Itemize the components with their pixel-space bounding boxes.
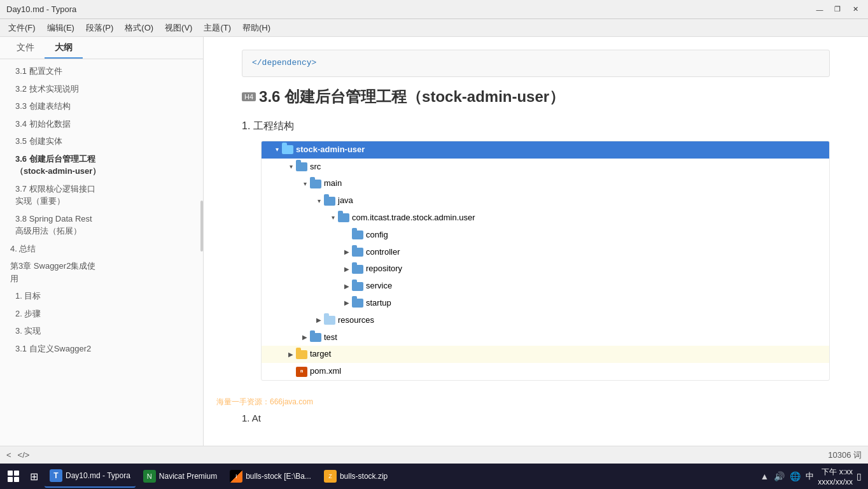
statusbar-source-btn[interactable]: <	[6, 450, 11, 460]
titlebar-title: Day10.md - Typora	[6, 4, 76, 14]
tab-outline[interactable]: 大纲	[45, 37, 83, 59]
sidebar-scrolltrack[interactable]	[199, 37, 203, 446]
statusbar: < </> 10306 词	[0, 446, 868, 464]
zip-icon: Z	[324, 470, 337, 483]
sidebar-item-43[interactable]: 3. 实现	[0, 322, 203, 340]
tree-row-target[interactable]: ▶ target	[262, 346, 829, 363]
menu-theme[interactable]: 主题(T)	[199, 21, 236, 35]
tree-arrow-controller: ▶	[342, 247, 352, 257]
sidebar-item-35[interactable]: 3.5 创建实体	[0, 132, 203, 150]
tree-row-repository[interactable]: ▶ repository	[262, 260, 829, 278]
maximize-button[interactable]: ❐	[831, 3, 844, 16]
tray-icons: ▲ 🔊 🌐 中	[760, 471, 814, 482]
tree-arrow-resources: ▶	[314, 315, 324, 325]
folder-icon-service	[352, 282, 363, 291]
menu-file[interactable]: 文件(F)	[3, 21, 41, 35]
tree-arrow-startup: ▶	[342, 298, 352, 308]
tree-row-test[interactable]: ▶ test	[262, 329, 829, 346]
taskview-button[interactable]: ⊞	[26, 465, 42, 488]
clock-time: 下午 x:xx	[818, 467, 853, 478]
spacer	[242, 381, 830, 406]
tree-text-service: service	[366, 280, 392, 293]
folder-icon-root	[282, 145, 293, 154]
menu-view[interactable]: 视图(V)	[160, 21, 197, 35]
typora-label: Day10.md - Typora	[66, 471, 130, 480]
folder-icon-java	[324, 197, 335, 206]
tree-row-config[interactable]: config	[262, 227, 829, 244]
folder-icon-controller	[352, 248, 363, 257]
show-desktop-button[interactable]: ▯	[857, 471, 862, 481]
sidebar-item-42[interactable]: 2. 步骤	[0, 305, 203, 323]
menu-help[interactable]: 帮助(H)	[237, 21, 276, 35]
statusbar-code-btn[interactable]: </>	[18, 450, 30, 460]
taskbar-navicat[interactable]: N Navicat Premium	[138, 465, 222, 488]
tray-lang[interactable]: 中	[806, 471, 814, 482]
tree-text-target: target	[310, 348, 331, 361]
tree-row-pom[interactable]: m pom.xml	[262, 363, 829, 380]
tree-row-java[interactable]: ▾ java	[262, 192, 829, 209]
statusbar-left: < </>	[6, 450, 29, 460]
sidebar-item-41[interactable]: 1. 目标	[0, 287, 203, 305]
tree-text-test: test	[324, 331, 337, 344]
tree-row-service[interactable]: ▶ service	[262, 278, 829, 295]
taskbar-typora[interactable]: T Day10.md - Typora	[45, 465, 136, 488]
folder-icon-package	[338, 213, 349, 222]
main-area: 文件 大纲 3.1 配置文件 3.2 技术实现说明 3.3 创建表结构 3.4 …	[0, 37, 868, 446]
sidebar-item-34[interactable]: 3.4 初始化数据	[0, 115, 203, 133]
sidebar-content[interactable]: 3.1 配置文件 3.2 技术实现说明 3.3 创建表结构 3.4 初始化数据 …	[0, 59, 203, 446]
folder-icon-repository	[352, 265, 363, 274]
intellij-label: bulls-stock [E:\Ba...	[246, 472, 311, 481]
windows-icon	[8, 471, 19, 482]
tree-row-src[interactable]: ▾ src	[262, 159, 829, 176]
tree-row-resources[interactable]: ▶ resources	[262, 312, 829, 329]
menu-format[interactable]: 格式(O)	[120, 21, 158, 35]
editor-area: </dependency> H4 3.6 创建后台管理工程（stock-admi…	[204, 37, 868, 446]
sidebar-item-37[interactable]: 3.7 权限核心逻辑接口实现（重要）	[0, 180, 203, 210]
taskbar-clock[interactable]: 下午 x:xx xxxx/xx/xx	[818, 467, 853, 486]
tree-row-package[interactable]: ▾ com.itcast.trade.stock.admin.user	[262, 209, 829, 227]
close-button[interactable]: ✕	[849, 3, 862, 16]
tree-row-root[interactable]: ▾ stock-admin-user	[262, 141, 829, 159]
sidebar-item-36[interactable]: 3.6 创建后台管理工程（stock-admin-user）	[0, 150, 203, 180]
sidebar-item-4[interactable]: 4. 总结	[0, 240, 203, 258]
taskbar-zip[interactable]: Z bulls-stock.zip	[319, 465, 393, 488]
sidebar-item-33[interactable]: 3.3 创建表结构	[0, 97, 203, 115]
tray-volume[interactable]: 🔊	[774, 471, 785, 481]
tray-chevron[interactable]: ▲	[760, 471, 769, 481]
tree-row-controller[interactable]: ▶ controller	[262, 244, 829, 261]
titlebar: Day10.md - Typora — ❐ ✕	[0, 0, 868, 19]
section-heading: 3.6 创建后台管理工程（stock-admin-user）	[259, 87, 564, 107]
code-tag: </dependency>	[252, 58, 316, 67]
sidebar-item-31[interactable]: 3.1 配置文件	[0, 62, 203, 80]
sidebar-item-38[interactable]: 3.8 Spring Data Rest高级用法（拓展）	[0, 210, 203, 240]
tree-text-startup: startup	[366, 297, 391, 310]
minimize-button[interactable]: —	[813, 3, 826, 16]
folder-icon-resources	[324, 316, 335, 325]
folder-icon-test	[310, 333, 321, 342]
tree-row-startup[interactable]: ▶ startup	[262, 295, 829, 312]
tray-network[interactable]: 🌐	[790, 471, 801, 481]
menu-edit[interactable]: 编辑(E)	[42, 21, 80, 35]
taskbar-intellij[interactable]: I bulls-stock [E:\Ba...	[225, 465, 316, 488]
tab-file[interactable]: 文件	[6, 37, 45, 59]
tree-text-resources: resources	[338, 314, 374, 327]
tree-text-main: main	[324, 177, 342, 190]
sidebar-item-32[interactable]: 3.2 技术实现说明	[0, 80, 203, 98]
navicat-icon: N	[143, 470, 156, 483]
file-tree: ▾ stock-admin-user ▾ src ▾ main	[261, 141, 830, 381]
start-button[interactable]	[3, 466, 24, 486]
sidebar-item-ch3[interactable]: 第3章 Swagger2集成使用	[0, 257, 203, 287]
menu-paragraph[interactable]: 段落(P)	[81, 21, 118, 35]
tree-arrow-root: ▾	[272, 145, 282, 155]
tree-arrow-service: ▶	[342, 281, 352, 292]
taskview-icon: ⊞	[30, 471, 38, 483]
tree-row-main[interactable]: ▾ main	[262, 175, 829, 192]
tree-text-controller: controller	[366, 246, 400, 259]
sidebar-item-431[interactable]: 3.1 自定义Swagger2	[0, 340, 203, 358]
sidebar-scrollthumb	[200, 201, 203, 252]
heading-marker: H4	[242, 92, 256, 101]
intellij-icon: I	[230, 470, 242, 483]
folder-icon-target	[296, 350, 307, 359]
tree-arrow-src: ▾	[286, 162, 296, 172]
editor-content[interactable]: </dependency> H4 3.6 创建后台管理工程（stock-admi…	[204, 37, 868, 446]
